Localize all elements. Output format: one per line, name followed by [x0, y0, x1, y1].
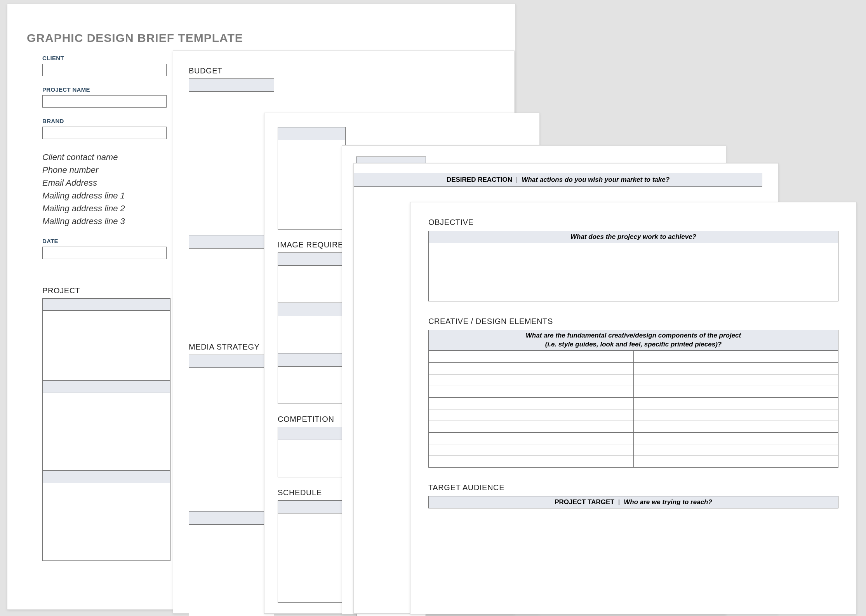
project-section-body-1[interactable] [42, 311, 170, 381]
creative-question-line2: (i.e. style guides, look and feel, speci… [545, 340, 722, 349]
project-target-question: Who are we trying to reach? [624, 498, 712, 506]
grid-cell[interactable] [429, 421, 634, 432]
grid-cell[interactable] [429, 362, 634, 374]
template-page-6: OBJECTIVE What does the projecy work to … [410, 202, 857, 614]
objective-label: OBJECTIVE [428, 218, 838, 227]
schedule-header [278, 500, 346, 513]
grid-cell[interactable] [633, 456, 838, 467]
grid-cell[interactable] [633, 432, 838, 444]
target-audience-label: TARGET AUDIENCE [428, 483, 838, 492]
schedule-body[interactable] [278, 513, 346, 603]
project-section-body-3[interactable] [42, 483, 170, 561]
client-input[interactable] [42, 64, 167, 76]
image-req-body-2[interactable] [278, 316, 346, 353]
p3-top-body[interactable] [278, 140, 346, 230]
budget-body-2[interactable] [189, 249, 274, 326]
page-title: GRAPHIC DESIGN BRIEF TEMPLATE [27, 31, 488, 45]
media-strategy-header-2 [189, 512, 274, 525]
image-req-header [278, 252, 346, 266]
budget-header [189, 78, 274, 92]
project-name-input[interactable] [42, 95, 167, 108]
grid-cell[interactable] [633, 386, 838, 397]
image-req-body[interactable] [278, 266, 346, 303]
image-req-header-3 [278, 353, 346, 367]
grid-cell[interactable] [429, 444, 634, 456]
grid-cell[interactable] [429, 386, 634, 397]
project-section-body-2[interactable] [42, 393, 170, 471]
grid-cell[interactable] [633, 351, 838, 362]
creative-question-header: What are the fundamental creative/design… [428, 330, 838, 351]
grid-cell[interactable] [429, 432, 634, 444]
p3-top-header [278, 127, 346, 140]
grid-cell[interactable] [633, 397, 838, 409]
media-strategy-body-2[interactable] [189, 525, 274, 616]
budget-label: BUDGET [189, 66, 502, 75]
grid-cell[interactable] [633, 362, 838, 374]
objective-question: What does the projecy work to achieve? [570, 233, 696, 241]
objective-question-header: What does the projecy work to achieve? [428, 231, 838, 243]
separator-pipe: | [617, 498, 621, 506]
project-target-header: PROJECT TARGET | Who are we trying to re… [428, 496, 838, 508]
project-section-header [42, 298, 170, 311]
project-section-header-2 [42, 381, 170, 393]
project-section-header-3 [42, 471, 170, 483]
media-strategy-body[interactable] [189, 368, 274, 512]
grid-cell[interactable] [633, 421, 838, 432]
grid-cell[interactable] [429, 397, 634, 409]
image-req-header-2 [278, 303, 346, 316]
creative-elements-grid [428, 351, 838, 468]
objective-body[interactable] [428, 243, 838, 301]
grid-cell[interactable] [429, 456, 634, 467]
budget-header-2 [189, 235, 274, 249]
grid-cell[interactable] [633, 409, 838, 421]
competition-header [278, 427, 346, 440]
grid-cell[interactable] [633, 374, 838, 386]
budget-body[interactable] [189, 92, 274, 235]
grid-cell[interactable] [429, 374, 634, 386]
project-target-label: PROJECT TARGET [555, 498, 614, 506]
image-req-body-3[interactable] [278, 367, 346, 404]
media-strategy-header [189, 355, 274, 368]
grid-cell[interactable] [429, 351, 634, 362]
desired-reaction-label: DESIRED REACTION [447, 176, 512, 184]
brand-input[interactable] [42, 127, 167, 139]
desired-reaction-question: What actions do you wish your market to … [522, 176, 669, 184]
separator-pipe: | [515, 176, 519, 184]
competition-body[interactable] [278, 440, 346, 477]
desired-reaction-header: DESIRED REACTION | What actions do you w… [354, 173, 762, 187]
creative-question-line1: What are the fundamental creative/design… [526, 331, 741, 340]
creative-elements-label: CREATIVE / DESIGN ELEMENTS [428, 317, 838, 326]
date-input[interactable] [42, 247, 167, 259]
grid-cell[interactable] [429, 409, 634, 421]
grid-cell[interactable] [633, 444, 838, 456]
